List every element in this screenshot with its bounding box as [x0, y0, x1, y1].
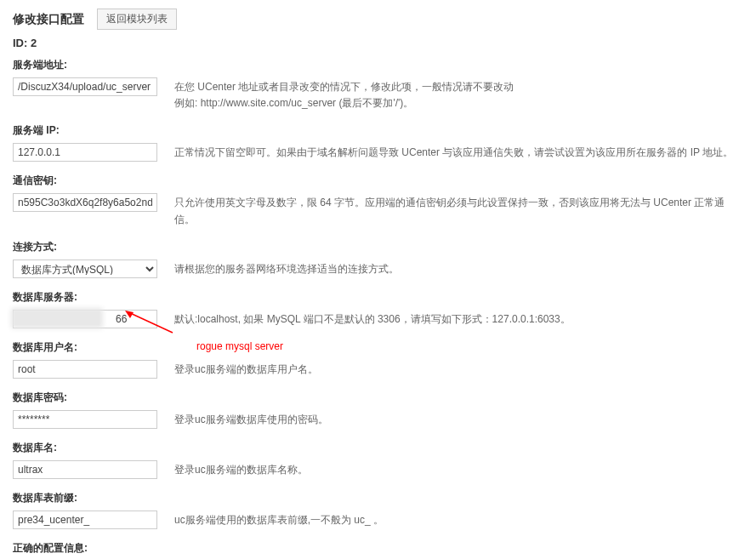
db-pass-label: 数据库密码:	[13, 391, 743, 405]
db-name-input[interactable]	[13, 460, 157, 479]
comm-key-hint: 只允许使用英文字母及数字，限 64 字节。应用端的通信密钥必须与此设置保持一致，…	[174, 193, 743, 227]
db-pass-hint: 登录uc服务端数据库使用的密码。	[174, 410, 743, 428]
conn-type-select[interactable]: 数据库方式(MySQL)	[13, 260, 157, 278]
conn-type-hint: 请根据您的服务器网络环境选择适当的连接方式。	[174, 260, 743, 277]
db-user-label: 数据库用户名:	[13, 340, 77, 355]
server-addr-input[interactable]	[13, 77, 157, 96]
db-name-label: 数据库名:	[13, 441, 743, 455]
back-button[interactable]: 返回模块列表	[97, 9, 177, 30]
db-server-hint: 默认:localhost, 如果 MySQL 端口不是默认的 3306，请填写如…	[174, 310, 743, 328]
db-user-input[interactable]	[13, 360, 157, 379]
id-label: ID: 2	[13, 37, 743, 49]
server-addr-label: 服务端地址:	[13, 58, 743, 72]
page-title: 修改接口配置	[13, 12, 84, 27]
db-prefix-label: 数据库表前缀:	[13, 491, 743, 505]
rogue-annotation: rogue mysql server	[196, 340, 283, 355]
db-prefix-input[interactable]	[13, 511, 157, 529]
db-pass-input[interactable]	[13, 410, 157, 429]
redaction-overlay	[14, 311, 99, 325]
config-info-label: 正确的配置信息:	[13, 541, 743, 556]
comm-key-label: 通信密钥:	[13, 174, 743, 188]
server-ip-input[interactable]	[13, 143, 157, 162]
conn-type-label: 连接方式:	[13, 240, 743, 254]
server-ip-hint: 正常情况下留空即可。如果由于域名解析问题导致 UCenter 与该应用通信失败，…	[174, 143, 743, 161]
db-name-hint: 登录uc服务端的数据库名称。	[174, 460, 743, 478]
server-addr-hint: 在您 UCenter 地址或者目录改变的情况下，修改此项，一般情况请不要改动 例…	[174, 77, 743, 111]
comm-key-input[interactable]	[13, 193, 157, 212]
db-user-hint: 登录uc服务端的数据库用户名。	[174, 360, 743, 378]
server-ip-label: 服务端 IP:	[13, 123, 743, 138]
db-prefix-hint: uc服务端使用的数据库表前缀,一不般为 uc_ 。	[174, 511, 743, 528]
db-server-label: 数据库服务器:	[13, 290, 743, 305]
